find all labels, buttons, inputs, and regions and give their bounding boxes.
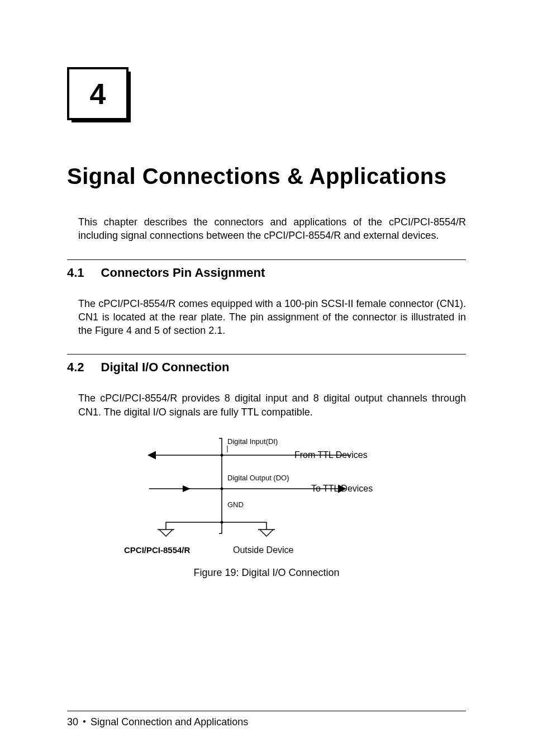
page-number: 30: [67, 716, 78, 727]
from-ttl-label: From TTL Devices: [294, 450, 368, 460]
device-right-label: Outside Device: [233, 545, 294, 555]
main-title: Signal Connections & Applications: [67, 159, 466, 193]
footer-section: Signal Connection and Applications: [91, 716, 248, 727]
section-title: Digital I/O Connection: [101, 360, 230, 375]
section-title: Connectors Pin Assignment: [101, 266, 265, 280]
to-ttl-label: To TTL Devices: [311, 484, 373, 493]
footer-text: 30 ● Signal Connection and Applications: [67, 716, 248, 728]
diagram-svg: Digital Input(DI) From TTL Devices Digit…: [110, 436, 423, 559]
do-label: Digital Output (DO): [227, 474, 289, 482]
section-divider: [67, 259, 466, 260]
intro-paragraph: This chapter describes the connectors an…: [78, 215, 466, 243]
chapter-number: 4: [90, 77, 106, 111]
section-header-4-1: 4.1 Connectors Pin Assignment: [67, 266, 466, 280]
section-text-4-2: The cPCI/PCI-8554/R provides 8 digital i…: [78, 391, 466, 419]
di-label: Digital Input(DI): [227, 437, 278, 446]
section-divider: [67, 354, 466, 355]
figure-caption: Figure 19: Digital I/O Connection: [67, 567, 466, 579]
chapter-number-box: 4: [67, 67, 129, 120]
bullet-icon: ●: [83, 718, 86, 724]
device-left-label: CPCI/PCI-8554/R: [124, 545, 191, 555]
digital-io-diagram: Digital Input(DI) From TTL Devices Digit…: [110, 436, 423, 559]
section-number: 4.1: [67, 266, 84, 280]
section-text-4-1: The cPCI/PCI-8554/R comes equipped with …: [78, 297, 466, 338]
section-number: 4.2: [67, 360, 84, 375]
section-header-4-2: 4.2 Digital I/O Connection: [67, 360, 466, 375]
footer-divider: [67, 711, 466, 711]
gnd-label: GND: [227, 500, 244, 509]
